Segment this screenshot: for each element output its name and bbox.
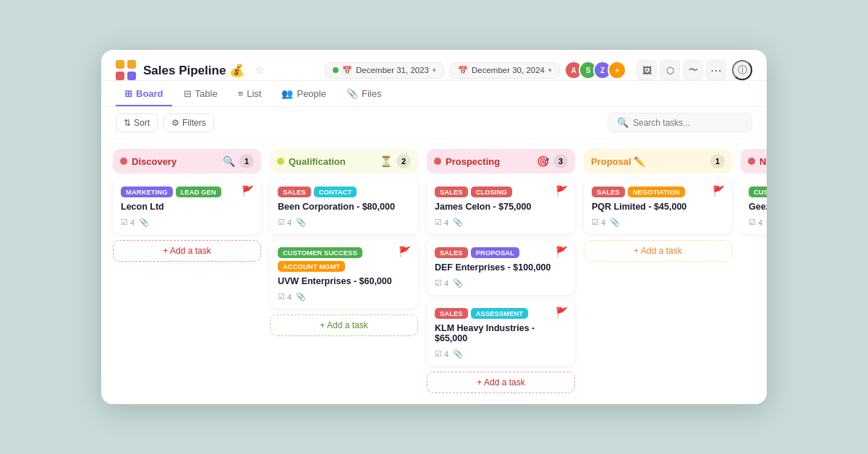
task-count: 4: [444, 350, 448, 359]
attachment-icon: 📎: [296, 218, 306, 227]
card-flag-klm: 🚩: [556, 307, 568, 318]
card-title-been-corp: Been Corporation - $80,000: [278, 202, 410, 212]
date-end-btn[interactable]: 📅 December 30, 2024 ▾: [450, 62, 560, 79]
card-lecon: marketing LEAD GEN Lecon Ltd ☑ 4 📎 🚩: [113, 179, 261, 234]
search-box: 🔍: [608, 113, 752, 132]
tag-contact-been: CONTACT: [314, 187, 357, 197]
col-header-discovery: Discovery 🔍 1: [113, 149, 261, 174]
tab-board[interactable]: ⊞ Board: [116, 82, 172, 106]
task-count: 4: [287, 293, 292, 301]
board: Discovery 🔍 1 marketing LEAD GEN Lecon L…: [101, 139, 767, 404]
tab-files[interactable]: 📎 Files: [338, 82, 390, 106]
tab-list[interactable]: ≡ List: [229, 82, 271, 106]
header-action-btns: 🖼 ⬡ 〜 ⋯: [637, 60, 726, 80]
card-meta-james: ☑ 4: [435, 218, 448, 227]
col-title-discovery: Discovery: [132, 156, 218, 167]
attachment-icon: 📎: [296, 292, 306, 301]
tag-sales-pqr: sales: [592, 187, 625, 197]
card-pqr: sales NEGOTIATION PQR Limited - $45,000 …: [584, 179, 732, 234]
card-meta-been: ☑ 4: [278, 218, 292, 227]
tag-customer-success: customer success: [278, 247, 362, 258]
column-proposal: Proposal ✏️ 1 sales NEGOTIATION PQR Limi…: [584, 149, 732, 394]
col-header-qualification: Qualification ⏳ 2: [270, 149, 418, 174]
task-icon: ☑: [435, 278, 442, 288]
card-been-corp: sales CONTACT Been Corporation - $80,000…: [270, 179, 418, 234]
col-count-discovery: 1: [239, 154, 254, 168]
header: Sales Pipeline 💰 ☆ 📅 December 31, 2023 ▾…: [101, 50, 767, 81]
tab-board-label: Board: [136, 88, 163, 99]
col-count-qualification: 2: [396, 154, 411, 168]
col-header-prospecting: Prospecting 🎯 3: [427, 149, 575, 174]
files-icon: 📎: [346, 88, 358, 99]
task-icon: ☑: [435, 218, 442, 227]
col-count-prospecting: 3: [553, 154, 568, 168]
status-dot: [333, 67, 339, 73]
logo-sq-bl: [116, 72, 124, 80]
filter-label: Filters: [182, 118, 206, 128]
task-count: 4: [758, 218, 762, 227]
info-btn[interactable]: ⓘ: [732, 60, 752, 80]
calendar-icon: 📅: [342, 66, 352, 75]
col-title-negotiation: Negot…: [760, 156, 767, 167]
col-emoji-prospecting: 🎯: [537, 155, 549, 167]
logo-sq-tl: [116, 60, 124, 69]
calendar-icon-2: 📅: [458, 66, 468, 75]
more-btn[interactable]: ⋯: [706, 60, 726, 80]
card-james-celon: sales CLOSING James Celon - $75,000 ☑ 4 …: [427, 179, 575, 234]
add-task-proposal[interactable]: + Add a task: [584, 240, 732, 262]
tag-lead-gen: LEAD GEN: [176, 187, 221, 197]
add-task-prospecting[interactable]: + Add a task: [427, 372, 575, 393]
card-meta-def: ☑ 4: [435, 278, 448, 288]
tab-people[interactable]: 👥 People: [273, 82, 334, 106]
add-task-qualification[interactable]: + Add a task: [270, 314, 418, 336]
col-dot-discovery: [120, 158, 127, 165]
date-end-label: December 30, 2024: [472, 66, 545, 74]
task-icon: ☑: [278, 292, 285, 301]
col-dot-qualification: [277, 158, 284, 165]
search-input[interactable]: [633, 118, 741, 128]
date-start-label: December 31, 2023: [356, 66, 429, 74]
task-count: 4: [601, 218, 605, 227]
attachment-icon: 📎: [453, 218, 463, 227]
share-btn[interactable]: ⬡: [660, 60, 680, 80]
column-prospecting: Prospecting 🎯 3 sales CLOSING James Celo…: [427, 149, 575, 394]
col-count-proposal: 1: [710, 154, 725, 168]
chart-btn[interactable]: 〜: [683, 60, 703, 80]
column-qualification: Qualification ⏳ 2 sales CONTACT Been Cor…: [270, 149, 418, 394]
list-icon: ≡: [238, 88, 244, 99]
col-title-proposal: Proposal ✏️: [591, 156, 706, 167]
image-btn[interactable]: 🖼: [637, 60, 657, 80]
card-footer-klm: ☑ 4 📎: [435, 349, 567, 359]
table-icon: ⊟: [184, 88, 192, 99]
card-tags-james: sales CLOSING: [435, 187, 567, 197]
card-flag-uvw: 🚩: [399, 246, 411, 257]
tabs-bar: ⊞ Board ⊟ Table ≡ List 👥 People 📎 Files: [101, 82, 767, 107]
sort-label: Sort: [134, 118, 150, 128]
tab-list-label: List: [247, 88, 261, 99]
card-footer-pqr: ☑ 4 📎: [592, 218, 724, 227]
tab-table[interactable]: ⊟ Table: [175, 82, 226, 106]
attachment-icon: 📎: [453, 278, 463, 288]
sort-btn[interactable]: ⇅ Sort: [116, 113, 158, 132]
filter-btn[interactable]: ⚙ Filters: [163, 113, 214, 132]
attachment-icon: 📎: [139, 218, 149, 227]
col-dot-negotiation: [748, 158, 755, 165]
task-count: 4: [130, 218, 135, 227]
tag-sales-klm: sales: [435, 308, 468, 319]
avatar-4[interactable]: +: [608, 61, 626, 80]
date-start-btn[interactable]: 📅 December 31, 2023 ▾: [325, 62, 444, 79]
card-uvw: customer success ACCOUNT MGMT UVW Enterp…: [270, 240, 418, 309]
card-tags-pqr: sales NEGOTIATION: [592, 187, 724, 197]
tag-marketing: marketing: [121, 187, 173, 197]
tag-sales-been: sales: [278, 187, 311, 197]
card-meta-geez: ☑ 4: [749, 218, 762, 227]
card-flag-pqr: 🚩: [712, 185, 725, 197]
add-task-discovery[interactable]: + Add a task: [113, 240, 261, 262]
card-title-uvw: UVW Enterprises - $60,000: [278, 276, 410, 286]
star-icon[interactable]: ☆: [255, 64, 264, 77]
card-flag-james: 🚩: [556, 185, 568, 197]
header-icons: ☆: [255, 64, 264, 77]
tag-closing-james: CLOSING: [471, 187, 512, 197]
attachment-icon: 📎: [453, 349, 463, 359]
col-header-negotiation: Negot… 1: [741, 149, 767, 174]
